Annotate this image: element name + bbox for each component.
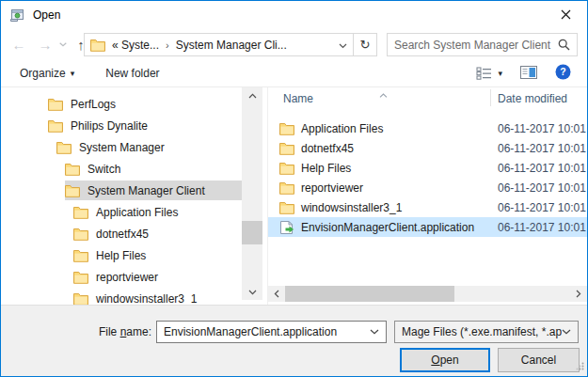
file-name-text: dotnetfx45 <box>301 142 354 155</box>
open-button[interactable]: Open <box>400 348 490 372</box>
scroll-right-icon[interactable] <box>570 286 586 302</box>
list-item[interactable]: windowsinstaller3_1 06-11-2017 10:01 <box>268 197 588 217</box>
tree-item-label: PerfLogs <box>71 98 116 111</box>
file-list: Application Files 06-11-2017 10:01 dotne… <box>268 118 588 237</box>
preview-pane-button[interactable] <box>520 66 537 82</box>
date-modified-text: 06-11-2017 10:01 <box>498 201 586 214</box>
application-file-icon <box>279 220 294 235</box>
chevron-down-icon: ▾ <box>498 69 502 78</box>
cancel-button[interactable]: Cancel <box>498 348 580 372</box>
navigation-bar: ← → ↑ « Syste... › System Manager Cli... <box>1 29 587 60</box>
search-icon <box>558 39 570 51</box>
tree-item[interactable]: reportviewer <box>1 266 242 288</box>
tree-scrollbar[interactable] <box>242 87 262 300</box>
tree-item[interactable]: Switch <box>1 158 242 180</box>
chevron-down-icon <box>339 43 347 49</box>
folder-icon <box>56 140 72 155</box>
folder-icon <box>279 121 294 136</box>
folder-icon <box>279 141 294 156</box>
breadcrumb-root[interactable]: « Syste... <box>112 39 159 52</box>
tree-item-label: Help Files <box>96 249 146 262</box>
tree-item[interactable]: PerfLogs <box>1 93 242 115</box>
title-bar[interactable]: Open <box>1 1 587 29</box>
file-name-value: EnvisionManagerClient.application <box>164 325 370 338</box>
chevron-down-icon[interactable] <box>562 329 571 335</box>
date-modified-text: 06-11-2017 10:01 <box>498 142 586 155</box>
date-modified-text: 06-11-2017 10:01 <box>498 221 586 234</box>
tree-item[interactable]: Help Files <box>1 244 242 266</box>
list-item[interactable]: dotnetfx45 06-11-2017 10:01 <box>268 138 588 158</box>
tree-item-label: windowsinstaller3_1 <box>96 292 197 306</box>
folder-icon <box>90 38 105 53</box>
file-list-pane: Name Date modified Application Files 06-… <box>268 87 588 305</box>
breadcrumb-current[interactable]: System Manager Cli... <box>176 39 287 52</box>
tree-item[interactable]: System Manager <box>1 136 242 158</box>
organize-button[interactable]: Organize ▾ <box>20 67 74 80</box>
date-modified-text: 06-11-2017 10:01 <box>498 162 586 175</box>
file-type-value: Mage Files (*.exe.manifest, *.ap <box>402 325 562 338</box>
file-name-text: Help Files <box>301 162 351 175</box>
folder-icon <box>65 162 80 177</box>
search-placeholder: Search System Manager Client <box>394 39 558 52</box>
list-item[interactable]: EnvisionManagerClient.application 06-11-… <box>268 217 588 237</box>
chevron-down-icon: ▾ <box>71 69 75 78</box>
folder-icon <box>279 200 294 215</box>
folder-icon <box>73 227 88 242</box>
file-name-text: EnvisionManagerClient.application <box>301 221 474 234</box>
date-modified-text: 06-11-2017 10:01 <box>498 122 586 135</box>
folder-icon <box>65 183 80 198</box>
scrollbar-thumb[interactable] <box>285 286 454 302</box>
dialog-footer: File name: EnvisionManagerClient.applica… <box>1 305 587 376</box>
chevron-down-icon[interactable] <box>370 329 379 335</box>
tree-item-label: Philips Dynalite <box>71 119 148 133</box>
address-bar[interactable]: « Syste... › System Manager Cli... ↻ <box>84 33 377 56</box>
scrollbar-thumb[interactable] <box>242 221 262 244</box>
file-type-select[interactable]: Mage Files (*.exe.manifest, *.ap <box>394 321 579 343</box>
address-dropdown-button[interactable] <box>339 39 347 52</box>
scroll-up-icon[interactable] <box>242 87 262 103</box>
command-toolbar: Organize ▾ New folder ▾ <box>1 60 587 87</box>
file-name-input[interactable]: EnvisionManagerClient.application <box>156 321 387 343</box>
tree-item-label: System Manager Client <box>87 184 205 197</box>
tree-item[interactable]: Application Files <box>1 201 242 223</box>
file-name-text: Application Files <box>301 122 383 135</box>
scroll-down-icon[interactable] <box>242 284 262 300</box>
column-header-date-modified[interactable]: Date modified <box>498 92 567 105</box>
chevron-down-icon <box>59 42 67 47</box>
list-horizontal-scrollbar[interactable] <box>268 286 588 302</box>
details-view-icon <box>476 67 492 80</box>
search-input[interactable]: Search System Manager Client <box>387 33 578 56</box>
breadcrumb[interactable]: « Syste... › System Manager Cli... <box>85 34 353 55</box>
column-divider[interactable] <box>490 89 491 106</box>
list-item[interactable]: Help Files 06-11-2017 10:01 <box>268 158 588 178</box>
tree-item-label: System Manager <box>79 141 165 154</box>
tree-item-label: Application Files <box>96 206 178 219</box>
app-window-icon <box>9 8 25 23</box>
folder-icon <box>73 248 88 263</box>
resize-grip-icon[interactable] <box>576 360 584 373</box>
new-folder-button[interactable]: New folder <box>105 67 159 80</box>
folder-icon <box>48 118 63 134</box>
back-button[interactable]: ← <box>7 29 31 60</box>
tree-item-label: dotnetfx45 <box>96 228 149 241</box>
file-name-text: windowsinstaller3_1 <box>301 201 402 214</box>
tree-item[interactable]: windowsinstaller3_1 <box>1 288 242 305</box>
list-item[interactable]: Application Files 06-11-2017 10:01 <box>268 118 588 138</box>
tree-item[interactable]: System Manager Client <box>1 180 242 201</box>
folder-icon <box>73 270 88 285</box>
change-view-button[interactable]: ▾ <box>476 67 502 80</box>
tree-item[interactable]: dotnetfx45 <box>1 223 242 244</box>
list-item[interactable]: reportviewer 06-11-2017 10:01 <box>268 178 588 197</box>
file-name-label: File name: <box>48 325 151 338</box>
folder-icon <box>279 161 294 176</box>
folder-icon <box>73 291 88 306</box>
refresh-button[interactable]: ↻ <box>353 34 376 55</box>
forward-button[interactable]: → <box>33 29 57 60</box>
open-dialog-window: Open ← → ↑ « Syste... › S <box>0 0 588 377</box>
close-button[interactable] <box>545 1 587 28</box>
tree-item[interactable]: Philips Dynalite <box>1 115 242 136</box>
column-header-name[interactable]: Name <box>283 92 313 105</box>
refresh-icon: ↻ <box>360 38 371 52</box>
scroll-left-icon[interactable] <box>268 286 284 302</box>
help-button[interactable]: ? <box>555 64 571 83</box>
